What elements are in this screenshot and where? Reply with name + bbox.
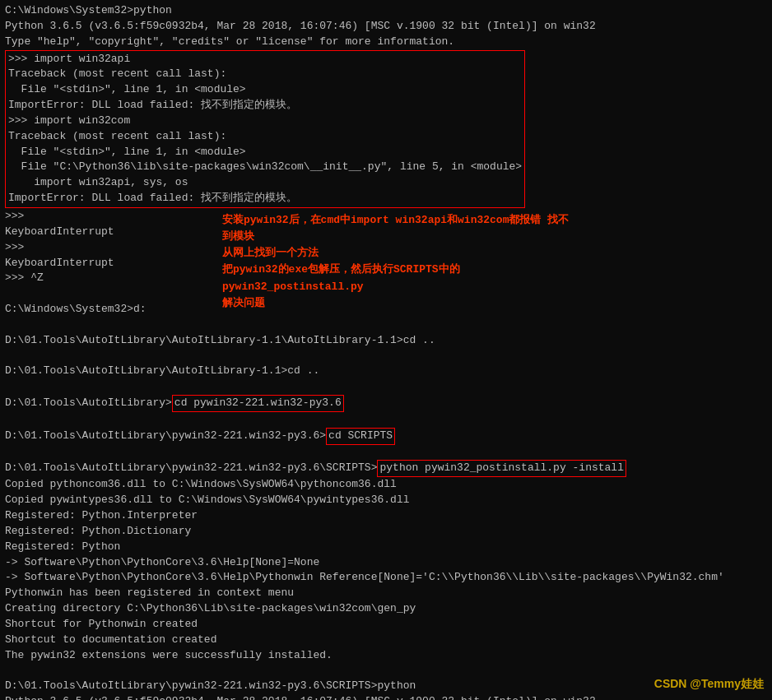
line-2: Python 3.6.5 (v3.6.5:f59c0932b4, Mar 28 … (5, 19, 767, 35)
line-27 (5, 412, 767, 428)
line-6: File "<stdin>", line 1, in <module> (8, 82, 522, 98)
line-38: Pythonwin has been registered in context… (5, 586, 767, 601)
line-8: >>> import win32com (8, 114, 522, 129)
line-23 (5, 349, 767, 364)
line-1: C:\Windows\System32>python (5, 3, 767, 19)
line-25 (5, 379, 767, 395)
line-9: Traceback (most recent call last): (8, 129, 522, 145)
line-4: >>> import win32api (8, 52, 522, 67)
annotation-box: 安装pywin32后，在cmd中import win32api和win32com… (222, 212, 576, 312)
line-34: Registered: Python.Dictionary (5, 524, 767, 540)
line-12: import win32api, sys, os (8, 175, 522, 191)
line-37: -> Software\Python\PythonCore\3.6\Help\P… (5, 570, 767, 586)
line-13: ImportError: DLL load failed: 找不到指定的模块。 (8, 191, 522, 206)
line-33: Registered: Python.Interpreter (5, 508, 767, 524)
line-11: File "C:\Python36\lib\site-packages\win3… (8, 160, 522, 175)
annotation-line-3: 把pywin32的exe包解压，然后执行SCRIPTS中的pywin32_pos… (222, 262, 576, 294)
line-40: Shortcut for Pythonwin created (5, 617, 767, 633)
line-5: Traceback (most recent call last): (8, 67, 522, 82)
line-30: D:\01.Tools\AutoItLibrary\pywin32-221.wi… (5, 460, 767, 477)
line-43 (5, 663, 767, 679)
line-3: Type "help", "copyright", "credits" or "… (5, 35, 767, 50)
line-7: ImportError: DLL load failed: 找不到指定的模块。 (8, 98, 522, 114)
line-21 (5, 318, 767, 333)
annotation-line-2: 从网上找到一个方法 (222, 245, 576, 262)
line-29 (5, 445, 767, 461)
line-28: D:\01.Tools\AutoItLibrary\pywin32-221.wi… (5, 428, 767, 445)
line-42: The pywin32 extensions were successfully… (5, 648, 767, 664)
line-32: Copied pywintypes36.dll to C:\Windows\Sy… (5, 493, 767, 508)
line-22: D:\01.Tools\AutoItLibrary\AutoItLibrary-… (5, 333, 767, 349)
line-10: File "<stdin>", line 1, in <module> (8, 145, 522, 160)
watermark: CSDN @Temmy娃娃 (654, 677, 764, 692)
line-44: D:\01.Tools\AutoItLibrary\pywin32-221.wi… (5, 679, 767, 694)
annotation-line-1: 安装pywin32后，在cmd中import win32api和win32com… (222, 212, 576, 245)
terminal-window: C:\Windows\System32>python Python 3.6.5 … (0, 0, 772, 700)
line-35: Registered: Python (5, 540, 767, 555)
line-41: Shortcut to documentation created (5, 633, 767, 648)
annotation-line-4: 解决问题 (222, 295, 576, 312)
line-45: Python 3.6.5 (v3.6.5:f59c0932b4, Mar 28 … (5, 694, 767, 700)
line-36: -> Software\Python\PythonCore\3.6\Help[N… (5, 555, 767, 571)
line-24: D:\01.Tools\AutoItLibrary\AutoItLibrary-… (5, 364, 767, 379)
line-39: Creating directory C:\Python36\Lib\site-… (5, 601, 767, 617)
line-26: D:\01.Tools\AutoItLibrary>cd pywin32-221… (5, 395, 767, 412)
line-31: Copied pythoncom36.dll to C:\Windows\Sys… (5, 477, 767, 493)
